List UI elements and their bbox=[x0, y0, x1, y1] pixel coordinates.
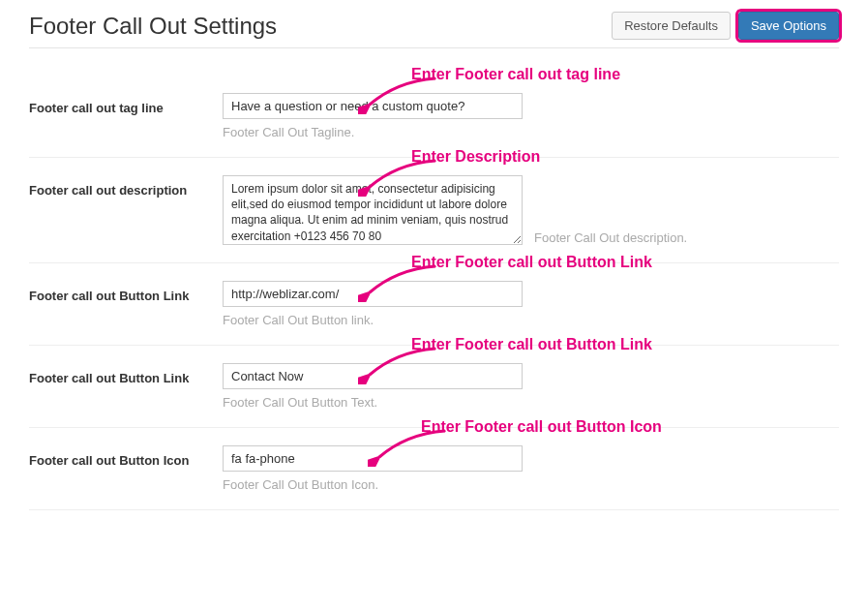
header-buttons: Restore Defaults Save Options bbox=[612, 12, 839, 40]
button-link-hint: Footer Call Out Button link. bbox=[223, 313, 839, 327]
field-label-button-text: Footer call out Button Link bbox=[29, 363, 223, 385]
tagline-hint: Footer Call Out Tagline. bbox=[223, 125, 839, 139]
field-row-button-icon: Footer call out Button Icon Enter Footer… bbox=[29, 428, 839, 510]
field-label-tagline: Footer call out tag line bbox=[29, 93, 223, 115]
description-textarea[interactable] bbox=[223, 175, 523, 245]
button-icon-hint: Footer Call Out Button Icon. bbox=[223, 477, 839, 492]
button-icon-input[interactable] bbox=[223, 445, 523, 472]
field-row-tagline: Footer call out tag line Enter Footer ca… bbox=[29, 76, 839, 158]
save-options-button[interactable]: Save Options bbox=[738, 12, 839, 40]
field-row-button-text: Footer call out Button Link Enter Footer… bbox=[29, 346, 839, 428]
field-label-button-icon: Footer call out Button Icon bbox=[29, 445, 223, 468]
field-row-description: Footer call out description Enter Descri… bbox=[29, 158, 839, 263]
annotation-tagline: Enter Footer call out tag line bbox=[411, 66, 620, 83]
field-row-button-link: Footer call out Button Link Enter Footer… bbox=[29, 263, 839, 346]
field-label-button-link: Footer call out Button Link bbox=[29, 281, 223, 303]
page-header: Footer Call Out Settings Restore Default… bbox=[29, 0, 839, 48]
field-label-description: Footer call out description bbox=[29, 175, 223, 198]
button-link-input[interactable] bbox=[223, 281, 523, 307]
button-text-hint: Footer Call Out Button Text. bbox=[223, 395, 839, 410]
tagline-input[interactable] bbox=[223, 93, 523, 119]
button-text-input[interactable] bbox=[223, 363, 523, 389]
restore-defaults-button[interactable]: Restore Defaults bbox=[612, 12, 731, 40]
description-hint: Footer Call Out description. bbox=[534, 230, 687, 245]
page-title: Footer Call Out Settings bbox=[29, 13, 277, 40]
